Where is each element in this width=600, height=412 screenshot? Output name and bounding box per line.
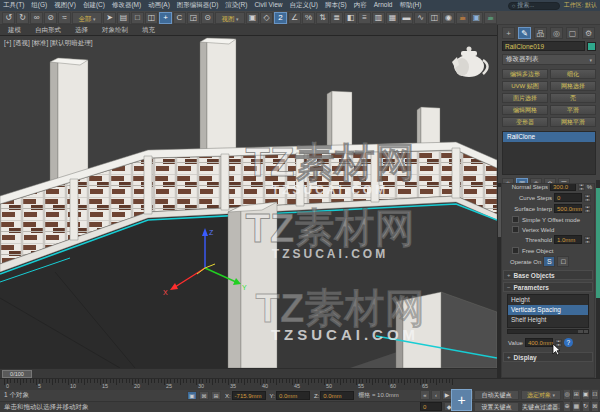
vertex-weld-checkbox[interactable] — [512, 226, 519, 233]
unlink-selection-icon[interactable]: ⊘ — [44, 12, 57, 24]
percent-snap-icon[interactable]: % — [302, 12, 315, 24]
zoom-extents-all-icon[interactable]: ⊡ — [591, 389, 599, 400]
select-place-icon[interactable]: ⊙ — [201, 12, 214, 24]
menu-item[interactable]: 图形编辑器(D) — [177, 2, 219, 9]
curve-editor-icon[interactable]: ∿ — [414, 12, 427, 24]
select-object-icon[interactable]: ➤ — [103, 12, 116, 24]
surface-interp-field[interactable]: 500.0mm — [554, 204, 582, 213]
maximize-viewport-icon[interactable]: ⊠ — [591, 401, 599, 412]
select-link-icon[interactable]: ∞ — [30, 12, 43, 24]
rendered-frame-icon[interactable]: ▣ — [470, 12, 483, 24]
modifier-button[interactable]: 细化 — [550, 69, 596, 79]
search-input[interactable]: ○ 搜索... — [508, 2, 560, 10]
modifier-list-dropdown[interactable]: 修改器列表 ▾ — [502, 54, 596, 65]
snaps-toggle-icon[interactable]: 2 — [274, 12, 287, 24]
mirror-icon[interactable]: ◧ — [344, 12, 357, 24]
modifier-button[interactable]: 壳 — [550, 93, 596, 103]
auto-key-button[interactable]: 自动关键点 — [474, 390, 519, 400]
select-rotate-icon[interactable]: C — [173, 12, 186, 24]
rollout-base-objects[interactable]: + Base Objects — [503, 270, 593, 280]
time-slider-handle[interactable]: 0/100 — [2, 370, 32, 378]
menu-item[interactable]: 组(G) — [31, 2, 47, 9]
material-editor-icon[interactable]: ◉ — [442, 12, 455, 24]
zoom-extents-icon[interactable]: ▣ — [582, 389, 590, 400]
modifier-button[interactable]: UVW 贴图 — [502, 81, 548, 91]
selection-set-dropdown[interactable]: 选定对象 — [521, 390, 561, 400]
timeline-ruler[interactable]: 05101520253035404550556065 — [0, 378, 600, 390]
menu-item[interactable]: 工具(T) — [3, 2, 24, 9]
workspace-selector[interactable]: 工作区: 默认 — [564, 1, 597, 10]
z-coordinate-field[interactable]: 0.0mm — [320, 391, 354, 400]
menu-item[interactable]: 修改器(M) — [112, 2, 141, 9]
tab-display[interactable]: ▢ — [566, 27, 579, 39]
rollout-parameters[interactable]: − Parameters — [503, 282, 593, 292]
ribbon-tab[interactable]: 填充 — [142, 26, 155, 35]
isolate-selection-icon[interactable]: ▣ — [187, 391, 197, 400]
help-icon[interactable]: ? — [564, 338, 573, 347]
tab-create[interactable]: + — [502, 27, 515, 39]
free-object-checkbox[interactable] — [512, 247, 519, 254]
absolute-mode-icon[interactable]: ⊞ — [211, 391, 221, 400]
ribbon-tab[interactable]: 选择 — [75, 26, 88, 35]
zoom-all-icon[interactable]: ⊞ — [572, 389, 580, 400]
key-filters-button[interactable]: 关键点过滤器... — [521, 402, 561, 412]
parameters-hscrollbar[interactable] — [507, 329, 589, 334]
menu-item[interactable]: 动画(A) — [148, 2, 170, 9]
lock-selection-icon[interactable]: ⊠ — [199, 391, 209, 400]
select-manipulate-icon[interactable]: ◇ — [260, 12, 273, 24]
tab-hierarchy[interactable]: 品 — [534, 27, 547, 39]
ref-coord-dropdown[interactable]: 视图 — [215, 12, 245, 24]
object-color-swatch[interactable] — [587, 42, 596, 51]
menu-item[interactable]: 自定义(U) — [289, 2, 318, 9]
ribbon-tab[interactable]: 对象绘制 — [102, 26, 128, 35]
zoom-icon[interactable]: ◎ — [563, 389, 571, 400]
curve-steps-field[interactable]: 0 — [554, 193, 582, 202]
rollout-right-scrollbar[interactable] — [596, 180, 600, 378]
parameter-item[interactable]: Height — [508, 295, 588, 305]
y-coordinate-field[interactable]: 0.0mm — [276, 391, 310, 400]
orbit-icon[interactable]: ↻ — [582, 401, 590, 412]
render-production-icon[interactable]: ☕ — [484, 12, 497, 24]
menu-item[interactable]: Arnold — [374, 2, 393, 9]
select-scale-icon[interactable]: ◲ — [187, 12, 200, 24]
modifier-stack-item[interactable]: RailClone — [503, 132, 595, 142]
menu-item[interactable]: 内容 — [354, 2, 367, 9]
window-crossing-icon[interactable]: ◫ — [145, 12, 158, 24]
align-icon[interactable]: ≡ — [358, 12, 371, 24]
modifier-button[interactable]: 编辑网格 — [502, 105, 548, 115]
fov-icon[interactable]: ⊕ — [563, 401, 571, 412]
menu-item[interactable]: 视图(V) — [54, 2, 76, 9]
modifier-button[interactable]: 网格选择 — [550, 81, 596, 91]
viewport-label[interactable]: [+] [透视] [标准] [默认明暗处理] — [4, 39, 93, 48]
undo-icon[interactable]: ↺ — [2, 12, 15, 24]
menu-item[interactable]: 帮助(H) — [399, 2, 421, 9]
redo-icon[interactable]: ↻ — [16, 12, 29, 24]
use-pivot-icon[interactable]: ▣ — [246, 12, 259, 24]
angle-snap-icon[interactable]: ∠ — [288, 12, 301, 24]
pan-icon[interactable]: ▦ — [572, 401, 580, 412]
schematic-view-icon[interactable]: ◫ — [428, 12, 441, 24]
select-move-icon[interactable]: + — [159, 12, 172, 24]
tab-motion[interactable]: ◎ — [550, 27, 563, 39]
operate-on-mesh-button[interactable]: □ — [557, 256, 569, 267]
rect-selection-region-icon[interactable]: □ — [131, 12, 144, 24]
select-by-name-icon[interactable]: ▤ — [117, 12, 130, 24]
set-keys-button[interactable]: + — [451, 389, 472, 411]
rollout-display[interactable]: + Display — [503, 352, 593, 362]
menu-item[interactable]: 渲染(R) — [225, 2, 247, 9]
value-field[interactable]: 400.0mm — [525, 338, 553, 347]
render-setup-icon[interactable]: ☕ — [456, 12, 469, 24]
current-frame-field[interactable]: 0 — [420, 402, 442, 411]
spinner-snap-icon[interactable]: ⇅ — [316, 12, 329, 24]
ribbon-tab[interactable]: 建模 — [8, 26, 21, 35]
ribbon-toggle-icon[interactable]: ▬ — [400, 12, 413, 24]
x-coordinate-field[interactable]: -715.9mm — [232, 391, 266, 400]
simple-y-offset-checkbox[interactable] — [512, 216, 519, 223]
bind-space-warp-icon[interactable]: ≈ — [58, 12, 71, 24]
named-selection-icon[interactable]: ≣ — [330, 12, 343, 24]
object-name-field[interactable]: RailClone019 — [502, 41, 585, 51]
modifier-button[interactable]: 编辑多边形 — [502, 69, 548, 79]
normal-steps-spinner[interactable]: ▲▼ — [578, 183, 584, 191]
viewport-canvas[interactable]: [+] [透视] [标准] [默认明暗处理] — [0, 36, 497, 368]
threshold-spinner[interactable]: ▲▼ — [584, 236, 591, 244]
